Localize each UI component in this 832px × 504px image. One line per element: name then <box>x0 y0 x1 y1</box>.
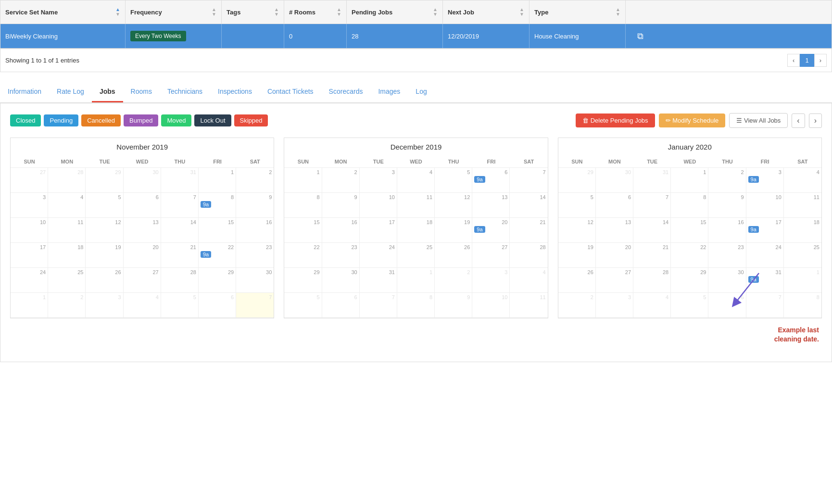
job-badge[interactable]: 9a <box>201 201 211 208</box>
cal-cell[interactable]: 4 <box>124 293 161 318</box>
cal-cell[interactable]: 31 <box>161 168 199 193</box>
cal-cell[interactable]: 2 <box>236 168 274 193</box>
cal-cell[interactable]: 27 <box>11 168 48 193</box>
cal-cell[interactable]: 6 <box>596 193 633 218</box>
cal-cell[interactable]: 25 <box>784 243 821 268</box>
cal-cell[interactable]: 7 <box>746 293 784 318</box>
cal-cell[interactable]: 2 <box>322 168 360 193</box>
cal-cell[interactable]: 10 <box>472 293 510 318</box>
next-page-button[interactable]: › <box>814 54 827 67</box>
cal-cell[interactable]: 3 <box>472 268 510 293</box>
cal-cell[interactable]: 229a <box>199 243 236 268</box>
cal-cell[interactable]: 15 <box>284 218 322 243</box>
cal-cell[interactable]: 4 <box>48 193 86 218</box>
cal-cell[interactable]: 1 <box>397 268 435 293</box>
tab-contact-tickets[interactable]: Contact Tickets <box>260 82 321 102</box>
cal-cell[interactable]: 1 <box>784 268 821 293</box>
cal-cell[interactable]: 2 <box>48 293 86 318</box>
cal-cell[interactable]: 5 <box>284 293 322 318</box>
cal-cell[interactable]: 1 <box>284 168 322 193</box>
cal-cell[interactable]: 11 <box>784 193 821 218</box>
cal-cell[interactable]: 14 <box>161 218 199 243</box>
cal-cell[interactable]: 29 <box>199 268 236 293</box>
cal-cell[interactable]: 4 <box>784 168 821 193</box>
prev-page-button[interactable]: ‹ <box>787 54 800 67</box>
cal-cell[interactable]: 14 <box>510 193 547 218</box>
cal-cell[interactable]: 4 <box>633 293 671 318</box>
cal-cell[interactable]: 7 <box>633 193 671 218</box>
cal-cell[interactable]: 30 <box>322 268 360 293</box>
cal-cell[interactable]: 9 <box>236 193 274 218</box>
cal-cell[interactable]: 28 <box>510 243 547 268</box>
tab-scorecards[interactable]: Scorecards <box>321 82 371 102</box>
cal-cell[interactable]: 8 <box>784 293 821 318</box>
job-badge[interactable]: 9a <box>748 176 759 183</box>
cal-cell[interactable]: 19 <box>435 218 472 243</box>
cal-cell[interactable]: 11 <box>397 193 435 218</box>
cal-cell[interactable]: 5 <box>86 193 123 218</box>
cal-cell[interactable]: 1 <box>671 168 708 193</box>
copy-icon[interactable]: ⧉ <box>637 31 643 41</box>
cal-cell[interactable]: 30 <box>596 168 633 193</box>
cal-cell[interactable]: 5 <box>161 293 199 318</box>
cal-cell[interactable]: 23 <box>322 243 360 268</box>
cal-cell[interactable]: 31 <box>633 168 671 193</box>
cal-cell[interactable]: 9 <box>322 193 360 218</box>
cal-cell[interactable]: 14 <box>633 218 671 243</box>
cal-cell[interactable]: 5 <box>558 193 596 218</box>
cal-cell[interactable]: 179a <box>746 218 784 243</box>
cal-cell[interactable]: 3 <box>360 168 397 193</box>
job-badge[interactable]: 9a <box>748 276 759 283</box>
cal-cell[interactable]: 23 <box>236 243 274 268</box>
cal-cell[interactable]: 10 <box>11 218 48 243</box>
cal-cell[interactable]: 3 <box>596 293 633 318</box>
cal-cell[interactable]: 9 <box>435 293 472 318</box>
cal-cell[interactable]: 16 <box>708 218 746 243</box>
tab-information[interactable]: Information <box>0 82 49 102</box>
cal-cell[interactable]: 21 <box>510 218 547 243</box>
page-1-button[interactable]: 1 <box>800 54 814 67</box>
cal-cell[interactable]: 26 <box>558 268 596 293</box>
cal-cell[interactable]: 25 <box>397 243 435 268</box>
cal-cell[interactable]: 18 <box>784 218 821 243</box>
job-badge[interactable]: 9a <box>748 226 759 233</box>
cal-cell[interactable]: 10 <box>746 193 784 218</box>
cal-cell[interactable]: 25 <box>48 268 86 293</box>
cal-cell[interactable]: 22 <box>284 243 322 268</box>
cal-cell[interactable]: 30 <box>708 268 746 293</box>
modify-schedule-button[interactable]: ✏ Modify Schedule <box>659 113 726 127</box>
cal-cell[interactable]: 19 <box>86 243 123 268</box>
cal-cell[interactable]: 17 <box>11 243 48 268</box>
cal-cell[interactable]: 7 <box>510 168 547 193</box>
cal-cell[interactable]: 7 <box>360 293 397 318</box>
cal-cell[interactable]: 27 <box>124 268 161 293</box>
cal-cell[interactable]: 8 <box>284 193 322 218</box>
cal-cell[interactable]: 30 <box>124 168 161 193</box>
job-badge[interactable]: 9a <box>474 226 485 233</box>
cal-cell[interactable]: 31 <box>360 268 397 293</box>
cal-cell[interactable]: 22 <box>671 243 708 268</box>
cal-cell[interactable]: 13 <box>472 193 510 218</box>
cal-cell[interactable]: 24 <box>746 243 784 268</box>
cal-cell[interactable]: 26 <box>435 243 472 268</box>
tab-rooms[interactable]: Rooms <box>123 82 160 102</box>
cal-cell[interactable]: 18 <box>48 243 86 268</box>
tab-images[interactable]: Images <box>370 82 408 102</box>
cal-cell[interactable]: 4 <box>397 168 435 193</box>
cal-cell[interactable]: 10 <box>360 193 397 218</box>
cal-cell[interactable]: 23 <box>708 243 746 268</box>
cal-cell[interactable]: 29 <box>284 268 322 293</box>
delete-pending-jobs-button[interactable]: 🗑 Delete Pending Jobs <box>576 113 655 127</box>
cal-cell[interactable]: 27 <box>596 268 633 293</box>
cal-cell[interactable]: 2 <box>558 293 596 318</box>
tab-rate-log[interactable]: Rate Log <box>49 82 92 102</box>
cal-cell[interactable]: 28 <box>161 268 199 293</box>
cal-cell[interactable]: 89a <box>199 193 236 218</box>
cal-cell[interactable]: 6 <box>124 193 161 218</box>
cal-cell[interactable]: 19 <box>558 243 596 268</box>
cal-cell[interactable]: 3 <box>11 193 48 218</box>
cal-cell[interactable]: 5 <box>435 168 472 193</box>
cal-cell[interactable]: 29 <box>558 168 596 193</box>
cal-cell[interactable]: 7 <box>161 193 199 218</box>
cal-cell[interactable]: 15 <box>671 218 708 243</box>
